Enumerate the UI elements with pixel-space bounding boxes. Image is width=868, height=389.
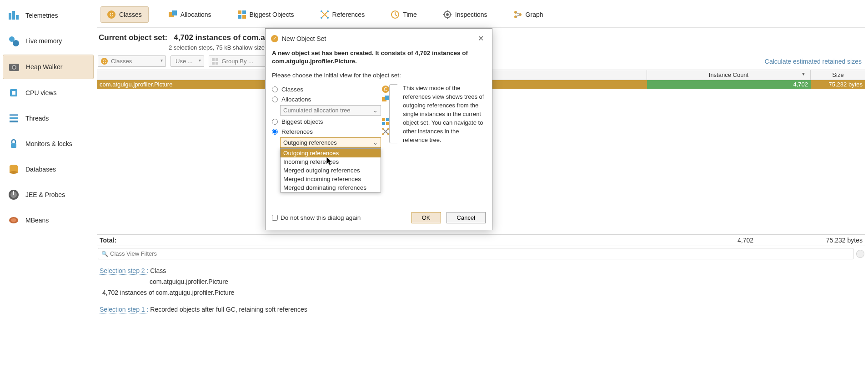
ok-button[interactable]: OK [411, 212, 441, 223]
tab-label: Classes [119, 11, 142, 18]
svg-rect-19 [13, 191, 14, 195]
step2-label: Class [150, 267, 166, 274]
dialog-body: A new object set has been created. It co… [266, 48, 492, 230]
svg-point-21 [11, 218, 16, 222]
svg-rect-43 [385, 96, 389, 100]
group-icon [212, 58, 218, 66]
svg-rect-38 [212, 58, 215, 61]
tab-biggest-objects[interactable]: Biggest Objects [231, 6, 301, 23]
heap-walker-icon [8, 61, 20, 73]
classes-select[interactable]: C Classes [98, 56, 166, 67]
use-select[interactable]: Use ... [171, 56, 204, 67]
sidebar-item-label: Monitors & locks [25, 140, 72, 147]
sidebar-item-label: JEE & Probes [25, 191, 65, 198]
svg-point-30 [321, 17, 322, 19]
dd-merged-incoming[interactable]: Merged incoming references [281, 175, 381, 183]
svg-rect-25 [242, 10, 246, 14]
svg-rect-24 [238, 10, 241, 14]
close-icon[interactable]: ✕ [475, 33, 487, 44]
selection-step-2-link[interactable]: Selection step 2 : [100, 267, 148, 275]
telemetries-icon [7, 9, 20, 22]
opt-references[interactable]: References [272, 126, 389, 136]
total-label: Total: [100, 237, 644, 244]
dialog-title: New Object Set [282, 35, 475, 42]
classes-icon: C [382, 86, 389, 93]
tab-time[interactable]: Time [385, 6, 423, 23]
cell-inst-value: 4,702 [793, 81, 808, 88]
allocations-sub-select[interactable]: Cumulated allocation tree [280, 105, 381, 116]
sidebar-item-mbeans[interactable]: MBeans [3, 208, 94, 232]
svg-rect-39 [216, 58, 218, 61]
sidebar-item-label: MBeans [25, 217, 49, 224]
tab-classes[interactable]: C Classes [100, 6, 149, 23]
selection-step-1-link[interactable]: Selection step 1 : [100, 306, 148, 313]
sidebar-item-cpu-views[interactable]: CPU views [3, 81, 94, 105]
sidebar-item-threads[interactable]: Threads [3, 106, 94, 130]
sort-desc-icon: ▼ [801, 71, 806, 76]
opt-biggest[interactable]: Biggest objects [272, 116, 389, 126]
radio-references[interactable] [272, 129, 278, 135]
sidebar-item-monitors-locks[interactable]: Monitors & locks [3, 132, 94, 156]
tab-label: References [332, 11, 365, 18]
radio-classes[interactable] [272, 86, 278, 92]
dont-show-wrap[interactable]: Do not show this dialog again [272, 214, 361, 221]
tab-inspections[interactable]: Inspections [437, 6, 494, 23]
svg-rect-12 [10, 121, 18, 122]
sub-select-label: Outgoing references [283, 139, 337, 146]
tab-graph[interactable]: Graph [507, 6, 550, 23]
retained-sizes-link[interactable]: Calculate estimated retained sizes [765, 58, 862, 65]
col-instance-count[interactable]: Instance Count ▼ [647, 70, 811, 80]
svg-rect-11 [10, 117, 18, 119]
options-column: Classes C Allocations Cumulated allocati… [272, 84, 389, 207]
classes-icon: C [107, 10, 115, 19]
class-view-filter-input[interactable] [98, 248, 853, 259]
svg-rect-44 [382, 118, 385, 121]
radio-allocations[interactable] [272, 96, 278, 102]
sidebar: Telemetries Live memory Heap Walker CPU … [3, 4, 94, 234]
svg-point-31 [327, 17, 329, 19]
dont-show-label: Do not show this dialog again [281, 214, 361, 221]
svg-point-7 [13, 66, 15, 69]
references-icon [321, 10, 329, 19]
svg-rect-2 [16, 15, 19, 20]
header-value: 4,702 instances of com.atg [174, 33, 272, 42]
sidebar-item-jee-probes[interactable]: JEE & Probes [3, 183, 94, 207]
dialog-header: ✓ New Object Set ✕ [266, 29, 492, 48]
svg-rect-41 [216, 62, 218, 65]
filter-options-icon[interactable] [856, 250, 864, 258]
total-size: 75,232 bytes [808, 237, 863, 244]
sidebar-item-live-memory[interactable]: Live memory [3, 29, 94, 53]
header-prefix: Current object set: [99, 33, 167, 42]
sidebar-item-telemetries[interactable]: Telemetries [3, 4, 94, 27]
sidebar-item-heap-walker[interactable]: Heap Walker [3, 55, 94, 79]
opt-label: Classes [281, 86, 382, 93]
dd-outgoing[interactable]: Outgoing references [281, 149, 381, 157]
radio-biggest[interactable] [272, 119, 278, 125]
filter-row: 🔍 [97, 246, 865, 261]
references-sub-select[interactable]: Outgoing references [280, 137, 381, 148]
step2-line2: 4,702 instances of com.atguigu.jprofiler… [100, 288, 863, 298]
opt-allocations[interactable]: Allocations [272, 94, 389, 104]
select-label: Group By ... [222, 58, 253, 65]
dd-incoming[interactable]: Incoming references [281, 157, 381, 166]
opt-classes[interactable]: Classes C [272, 84, 389, 94]
col-size[interactable]: Size [811, 70, 865, 80]
tab-allocations[interactable]: Allocations [162, 6, 218, 23]
sidebar-item-databases[interactable]: Databases [3, 157, 94, 181]
svg-rect-13 [11, 143, 16, 148]
dd-merged-outgoing[interactable]: Merged outgoing references [281, 166, 381, 175]
dont-show-checkbox[interactable] [272, 215, 278, 221]
cancel-button[interactable]: Cancel [447, 212, 486, 223]
dd-merged-dominating[interactable]: Merged dominating references [281, 183, 381, 192]
description-column: This view mode of the references view sh… [397, 84, 486, 207]
svg-rect-40 [212, 62, 215, 65]
svg-point-34 [446, 13, 449, 16]
sidebar-item-label: Heap Walker [26, 63, 62, 71]
col-label: Instance Count [709, 71, 748, 78]
opt-label: Biggest objects [281, 118, 382, 125]
step1-label: Recorded objects after full GC, retainin… [150, 306, 307, 313]
step2-detail: com.atguigu.jprofiler.Picture [100, 277, 863, 288]
desc-bracket [389, 84, 397, 143]
header-title: Current object set: 4,702 instances of c… [99, 33, 272, 42]
tab-references[interactable]: References [314, 6, 371, 23]
